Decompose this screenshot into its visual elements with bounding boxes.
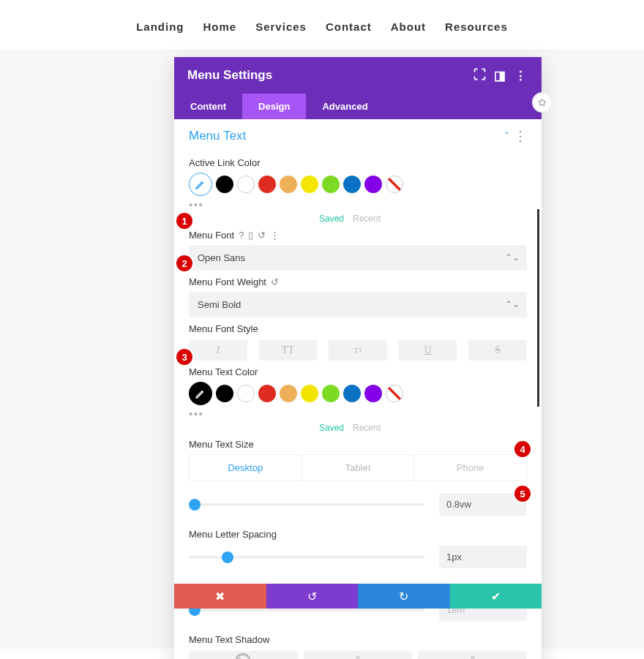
color-picker-icon[interactable] — [189, 173, 212, 196]
line-height-slider[interactable] — [189, 609, 424, 611]
active-link-color-label: Active Link Color — [189, 157, 527, 168]
menu-font-weight-label: Menu Font Weight ↺ — [189, 276, 527, 287]
help-icon[interactable]: ? — [239, 230, 244, 241]
section-header[interactable]: Menu Text ˄ ⋮ — [189, 124, 527, 151]
swatch-yellow[interactable] — [301, 176, 318, 193]
recent-colors-link[interactable]: Recent — [353, 214, 381, 224]
swatch-purple[interactable] — [364, 176, 382, 193]
color-picker-icon[interactable] — [189, 382, 212, 405]
swatch-red[interactable] — [258, 385, 276, 402]
reset-icon[interactable]: ↺ — [258, 230, 266, 241]
recent-colors-link[interactable]: Recent — [353, 423, 381, 433]
device-phone-tab[interactable]: Phone — [414, 455, 526, 481]
swatch-blue[interactable] — [343, 176, 361, 193]
expand-icon[interactable]: ⛶ — [471, 67, 487, 83]
tab-content[interactable]: Content — [174, 94, 242, 119]
section-more-icon[interactable]: ⋮ — [514, 128, 527, 144]
chevron-down-icon: ⌃⌄ — [505, 299, 520, 309]
swatch-red[interactable] — [258, 176, 276, 193]
swatch-none[interactable] — [386, 385, 403, 402]
nav-landing[interactable]: Landing — [136, 20, 184, 33]
active-link-color-swatches — [189, 173, 527, 196]
menu-font-weight-select[interactable]: Semi Bold ⌃⌄ — [189, 292, 527, 317]
callout-5: 5 — [514, 486, 531, 502]
nav-home[interactable]: Home — [203, 20, 237, 33]
section-title: Menu Text — [189, 129, 246, 143]
more-dots-icon[interactable]: ••• — [189, 199, 527, 211]
snap-icon[interactable]: ◨ — [492, 67, 508, 83]
tab-design[interactable]: Design — [242, 94, 306, 119]
panel-footer: ✖ ↺ ↻ ✔ — [174, 584, 542, 609]
menu-text-size-label: Menu Text Size — [189, 439, 527, 450]
underline-button[interactable]: U — [399, 340, 457, 361]
letter-spacing-label: Menu Letter Spacing — [189, 529, 527, 540]
more-icon[interactable]: ⋮ — [270, 230, 280, 241]
uppercase-button[interactable]: TT — [259, 340, 318, 361]
swatch-white[interactable] — [237, 385, 255, 402]
saved-colors-link[interactable]: Saved — [319, 214, 344, 224]
saved-colors-link[interactable]: Saved — [319, 423, 344, 433]
chevron-up-icon[interactable]: ˄ — [504, 130, 509, 142]
drag-handle-icon[interactable]: ✿ — [532, 92, 553, 113]
undo-button[interactable]: ↺ — [266, 584, 359, 609]
swatch-orange[interactable] — [280, 385, 297, 402]
redo-button[interactable]: ↻ — [358, 584, 450, 609]
swatch-yellow[interactable] — [301, 385, 318, 402]
menu-font-label: Menu Font ? ▯ ↺ ⋮ — [189, 230, 527, 241]
strikethrough-button[interactable]: S — [468, 340, 527, 361]
tab-advanced[interactable]: Advanced — [306, 94, 383, 119]
shadow-none[interactable] — [189, 651, 298, 659]
swatch-green[interactable] — [322, 385, 340, 402]
text-size-input[interactable]: 0.8vw — [439, 493, 527, 516]
cancel-button[interactable]: ✖ — [174, 584, 266, 609]
more-dots-icon[interactable]: ••• — [189, 408, 527, 420]
smallcaps-button[interactable]: TT — [329, 340, 387, 361]
text-shadow-label: Menu Text Shadow — [189, 634, 527, 645]
letter-spacing-input[interactable]: 1px — [439, 546, 527, 568]
nav-about[interactable]: About — [391, 20, 426, 33]
swatch-orange[interactable] — [280, 176, 297, 193]
chevron-down-icon: ⌃⌄ — [505, 252, 520, 263]
device-tablet-tab[interactable]: Tablet — [302, 455, 415, 481]
font-style-buttons: I TT TT U S — [189, 340, 527, 361]
swatch-white[interactable] — [237, 176, 255, 193]
nav-services[interactable]: Services — [255, 20, 307, 33]
letter-spacing-slider[interactable] — [189, 556, 424, 559]
nav-contact[interactable]: Contact — [326, 20, 372, 33]
swatch-black[interactable] — [216, 176, 233, 193]
device-tabs: Desktop Tablet Phone — [189, 454, 527, 481]
callout-3: 3 — [176, 349, 192, 365]
shadow-preset-1[interactable]: A — [304, 651, 413, 659]
nav-resources[interactable]: Resources — [445, 20, 508, 33]
callout-4: 4 — [514, 441, 531, 457]
swatch-purple[interactable] — [364, 385, 382, 402]
menu-text-color-swatches — [189, 382, 527, 405]
menu-text-color-label: Menu Text Color — [189, 366, 527, 377]
menu-font-select[interactable]: Open Sans ⌃⌄ — [189, 245, 527, 271]
swatch-black[interactable] — [216, 385, 233, 402]
swatch-blue[interactable] — [343, 385, 361, 402]
callout-2: 2 — [176, 255, 192, 271]
panel-scrollbar[interactable] — [537, 209, 539, 407]
menu-settings-panel: Menu Settings ⛶ ◨ ⋮ Content Design Advan… — [174, 57, 542, 659]
panel-title: Menu Settings — [187, 68, 272, 83]
reset-icon[interactable]: ↺ — [271, 276, 279, 287]
text-size-slider[interactable] — [189, 503, 424, 506]
mobile-icon[interactable]: ▯ — [248, 230, 253, 241]
panel-header: Menu Settings ⛶ ◨ ⋮ — [174, 57, 542, 94]
menu-font-style-label: Menu Font Style — [189, 323, 527, 334]
swatch-green[interactable] — [322, 176, 340, 193]
text-shadow-options: A A — [189, 651, 527, 659]
more-menu-icon[interactable]: ⋮ — [512, 67, 528, 83]
shadow-preset-2[interactable]: A — [418, 651, 527, 659]
swatch-none[interactable] — [386, 176, 403, 193]
site-nav: Landing Home Services Contact About Reso… — [0, 0, 644, 49]
italic-button[interactable]: I — [189, 340, 247, 361]
save-button[interactable]: ✔ — [450, 584, 542, 609]
callout-1: 1 — [176, 213, 192, 229]
settings-tabs: Content Design Advanced — [174, 94, 542, 119]
device-desktop-tab[interactable]: Desktop — [190, 455, 302, 481]
